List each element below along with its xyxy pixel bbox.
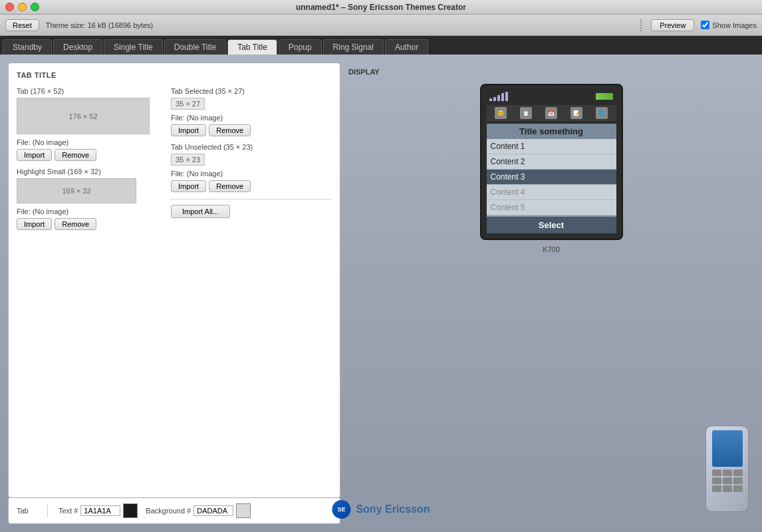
tab-unselected-remove-button[interactable]: Remove bbox=[209, 180, 251, 192]
phone-screen-frame: 😊 📋 📅 📝 🌐 Title something Content 1 Cont… bbox=[480, 84, 623, 240]
toolbar-right: Preview Show Images bbox=[638, 19, 757, 31]
phone-thumbnail-body bbox=[705, 426, 749, 512]
highlight-remove-button[interactable]: Remove bbox=[55, 218, 96, 230]
signal-bars bbox=[489, 92, 508, 101]
tab-image-group: Tab (176 × 52) 176 × 52 File: (No image)… bbox=[17, 87, 163, 161]
toolbar: Reset Theme size: 16 kB (16896 bytes) Pr… bbox=[0, 15, 762, 36]
text-color-swatch[interactable] bbox=[123, 503, 138, 518]
bar-5 bbox=[505, 92, 508, 101]
se-brand-text: Sony Ericsson bbox=[356, 503, 430, 515]
images-wrapper: Tab (176 × 52) 176 × 52 File: (No image)… bbox=[17, 87, 332, 237]
minimize-button[interactable] bbox=[18, 3, 27, 11]
tab-unselected-label: Tab Unselected (35 × 23) bbox=[171, 143, 332, 151]
preview-button[interactable]: Preview bbox=[651, 19, 694, 31]
phone-icon-1: 😊 bbox=[495, 107, 507, 119]
dotted-divider bbox=[171, 199, 332, 200]
bg-color-label: Background # bbox=[146, 507, 191, 515]
phone-icon-2: 📋 bbox=[520, 107, 532, 119]
phone-thumb-btn-5 bbox=[723, 477, 732, 484]
color-section-label: Tab bbox=[17, 507, 37, 515]
show-images-checkbox[interactable] bbox=[701, 21, 709, 29]
tab-image-dims: 176 × 52 bbox=[68, 112, 97, 120]
panel-title: TAB TITLE bbox=[17, 71, 332, 79]
phone-thumbnail bbox=[705, 426, 749, 512]
tab-selected-remove-button[interactable]: Remove bbox=[209, 124, 251, 136]
phone-select-button: Select bbox=[487, 217, 616, 233]
window-title: unnamed1* – Sony Ericsson Themes Creator bbox=[296, 3, 466, 12]
bg-color-swatch[interactable] bbox=[236, 503, 251, 518]
display-panel: DISPLAY 😊 📋 bbox=[348, 63, 754, 524]
phone-thumb-screen bbox=[712, 430, 743, 467]
tab-ring-signal[interactable]: Ring Signal bbox=[323, 39, 384, 55]
phone-icons-row: 😊 📋 📅 📝 🌐 bbox=[487, 105, 616, 121]
phone-title-bar: Title something bbox=[487, 124, 616, 139]
footer: SE Sony Ericsson bbox=[332, 500, 430, 519]
highlight-small-dims: 169 × 32 bbox=[62, 187, 90, 195]
highlight-small-label: Highlight Small (169 × 32) bbox=[17, 168, 163, 176]
bg-color-section: Background # bbox=[146, 503, 251, 518]
highlight-file-label: File: (No image) bbox=[17, 207, 163, 215]
show-images-label[interactable]: Show Images bbox=[701, 21, 757, 29]
phone-container: 😊 📋 📅 📝 🌐 Title something Content 1 Cont… bbox=[480, 84, 623, 253]
phone-thumb-btn-2 bbox=[723, 469, 732, 476]
import-all-button[interactable]: Import All... bbox=[171, 205, 230, 218]
phone-thumb-btn-1 bbox=[712, 469, 721, 476]
phone-list-item-5: Content 5 bbox=[487, 200, 616, 215]
tab-unselected-file-label: File: (No image) bbox=[171, 170, 332, 178]
bar-1 bbox=[489, 98, 492, 101]
tab-selected-import-button[interactable]: Import bbox=[171, 124, 206, 136]
battery-icon bbox=[595, 92, 614, 100]
separator bbox=[640, 19, 642, 31]
phone-status-bar bbox=[487, 90, 616, 102]
phone-list-item-2: Content 2 bbox=[487, 154, 616, 170]
text-color-section: Text # bbox=[59, 503, 138, 518]
tab-double-title[interactable]: Double Title bbox=[164, 39, 226, 55]
tab-desktop[interactable]: Desktop bbox=[53, 39, 102, 55]
bg-color-input[interactable] bbox=[193, 505, 233, 516]
phone-thumb-btns bbox=[712, 469, 743, 492]
tab-unselected-import-button[interactable]: Import bbox=[171, 180, 206, 192]
tab-selected-btn-group: Import Remove bbox=[171, 124, 332, 136]
tab-author[interactable]: Author bbox=[385, 39, 428, 55]
close-button[interactable] bbox=[5, 3, 14, 11]
theme-size-label: Theme size: 16 kB (16896 bytes) bbox=[46, 21, 631, 29]
phone-screen: Title something Content 1 Content 2 Cont… bbox=[487, 124, 616, 233]
se-logo: SE bbox=[332, 500, 350, 519]
phone-list-item-4: Content 4 bbox=[487, 185, 616, 200]
phone-list-item-1: Content 1 bbox=[487, 139, 616, 154]
tab-file-label: File: (No image) bbox=[17, 138, 163, 146]
tab-selected-label: Tab Selected (35 × 27) bbox=[171, 87, 332, 95]
highlight-import-button[interactable]: Import bbox=[17, 218, 52, 230]
tab-tab-title[interactable]: Tab Title bbox=[227, 39, 277, 55]
left-image-col: Tab (176 × 52) 176 × 52 File: (No image)… bbox=[17, 87, 163, 237]
text-color-input[interactable] bbox=[80, 505, 120, 516]
tab-unselected-group: Tab Unselected (35 × 23) 35 × 23 File: (… bbox=[171, 143, 332, 192]
color-row: Tab Text # Background # bbox=[8, 498, 340, 524]
bar-4 bbox=[501, 93, 504, 101]
tab-unselected-dims: 35 × 23 bbox=[171, 154, 205, 166]
tab-title-panel: TAB TITLE Tab (176 × 52) 176 × 52 File: … bbox=[8, 63, 340, 498]
right-forms-col: Tab Selected (35 × 27) 35 × 27 File: (No… bbox=[171, 87, 332, 237]
bar-2 bbox=[493, 97, 496, 101]
tab-selected-group: Tab Selected (35 × 27) 35 × 27 File: (No… bbox=[171, 87, 332, 136]
phone-thumb-btn-6 bbox=[733, 477, 743, 484]
titlebar: unnamed1* – Sony Ericsson Themes Creator bbox=[0, 0, 762, 15]
tab-btn-group: Import Remove bbox=[17, 149, 163, 161]
phone-title-text: Title something bbox=[519, 126, 583, 136]
phone-thumb-btn-8 bbox=[723, 485, 732, 492]
maximize-button[interactable] bbox=[31, 3, 39, 11]
tab-standby[interactable]: Standby bbox=[3, 39, 52, 55]
tab-remove-button[interactable]: Remove bbox=[55, 149, 96, 161]
tab-popup[interactable]: Popup bbox=[279, 39, 322, 55]
phone-list-item-3-selected: Content 3 bbox=[487, 170, 616, 185]
bar-3 bbox=[497, 95, 500, 101]
tab-selected-file-label: File: (No image) bbox=[171, 114, 332, 122]
highlight-small-group: Highlight Small (169 × 32) 169 × 32 File… bbox=[17, 168, 163, 230]
text-color-label: Text # bbox=[59, 507, 78, 515]
window-controls[interactable] bbox=[5, 3, 39, 11]
phone-thumb-btn-7 bbox=[712, 485, 721, 492]
phone-icon-4: 📝 bbox=[571, 107, 582, 119]
reset-button[interactable]: Reset bbox=[5, 19, 39, 31]
tab-import-button[interactable]: Import bbox=[17, 149, 52, 161]
tab-single-title[interactable]: Single Title bbox=[104, 39, 163, 55]
